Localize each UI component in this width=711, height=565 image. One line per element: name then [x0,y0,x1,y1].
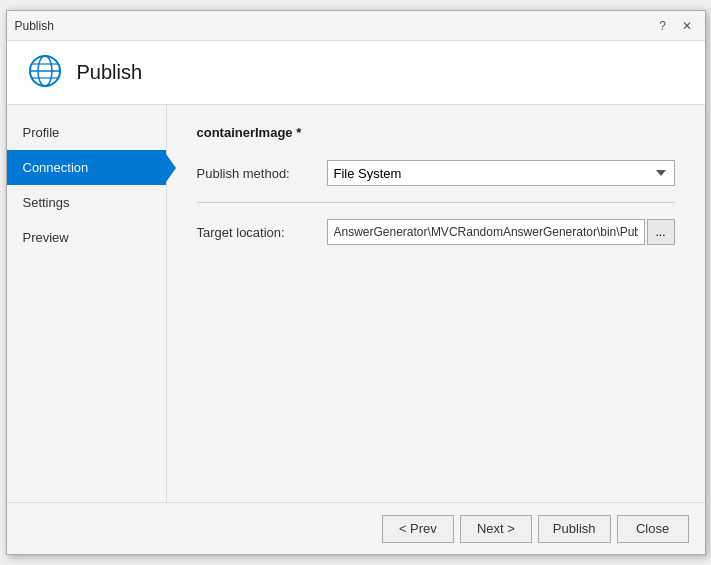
publish-button[interactable]: Publish [538,515,611,543]
sidebar-item-connection[interactable]: Connection [7,150,166,185]
globe-icon [27,53,63,92]
divider [197,202,675,203]
main-panel: containerImage * Publish method: File Sy… [167,105,705,502]
header: Publish [7,41,705,105]
close-window-button[interactable]: ✕ [677,16,697,36]
publish-method-select[interactable]: File System FTP Web Deploy [327,160,675,186]
sidebar-item-preview[interactable]: Preview [7,220,166,255]
close-button[interactable]: Close [617,515,689,543]
sidebar: Profile Connection Settings Preview [7,105,167,502]
publish-window: Publish ? ✕ Publish Profile Connection [6,10,706,555]
sidebar-item-profile[interactable]: Profile [7,115,166,150]
title-bar-text: Publish [15,19,653,33]
prev-button[interactable]: < Prev [382,515,454,543]
target-location-input[interactable] [327,219,645,245]
content-area: Profile Connection Settings Preview cont… [7,105,705,502]
footer: < Prev Next > Publish Close [7,502,705,554]
sidebar-item-settings[interactable]: Settings [7,185,166,220]
header-title: Publish [77,61,143,84]
title-bar: Publish ? ✕ [7,11,705,41]
target-location-row: Target location: ... [197,219,675,245]
section-title: containerImage * [197,125,675,140]
publish-method-label: Publish method: [197,166,327,181]
help-button[interactable]: ? [653,16,673,36]
browse-button[interactable]: ... [647,219,675,245]
next-button[interactable]: Next > [460,515,532,543]
publish-method-row: Publish method: File System FTP Web Depl… [197,160,675,186]
title-bar-controls: ? ✕ [653,16,697,36]
target-location-label: Target location: [197,225,327,240]
